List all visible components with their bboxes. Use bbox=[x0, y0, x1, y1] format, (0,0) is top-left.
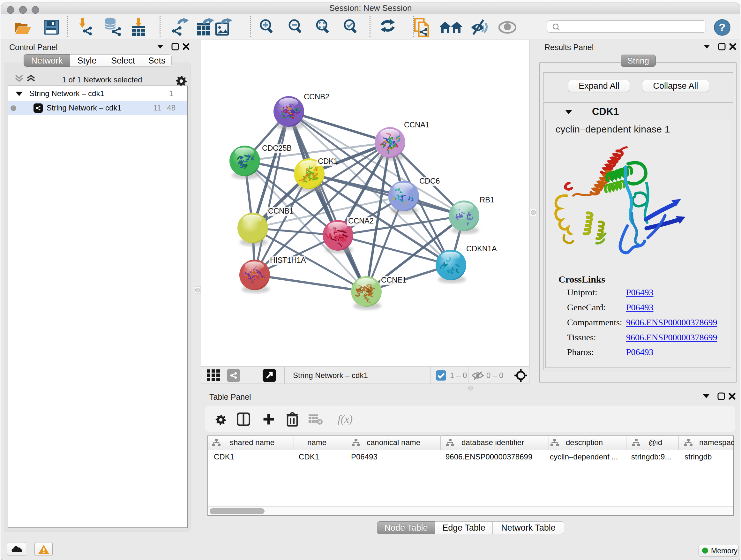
svg-text:CCNE1: CCNE1 bbox=[381, 275, 407, 284]
svg-text:CCNB2: CCNB2 bbox=[304, 92, 329, 101]
svg-text:CCNB1: CCNB1 bbox=[268, 206, 293, 215]
svg-text:CDK1: CDK1 bbox=[318, 157, 338, 165]
svg-text:RB1: RB1 bbox=[480, 195, 494, 204]
svg-text:CDKN1A: CDKN1A bbox=[466, 244, 497, 253]
svg-text:CCNA1: CCNA1 bbox=[404, 120, 429, 129]
svg-text:CDC25B: CDC25B bbox=[262, 144, 292, 152]
svg-text:CDC6: CDC6 bbox=[419, 177, 440, 185]
svg-text:HIST1H1A: HIST1H1A bbox=[270, 256, 306, 264]
svg-text:?: ? bbox=[719, 21, 726, 33]
svg-text:CCNA2: CCNA2 bbox=[348, 216, 374, 225]
